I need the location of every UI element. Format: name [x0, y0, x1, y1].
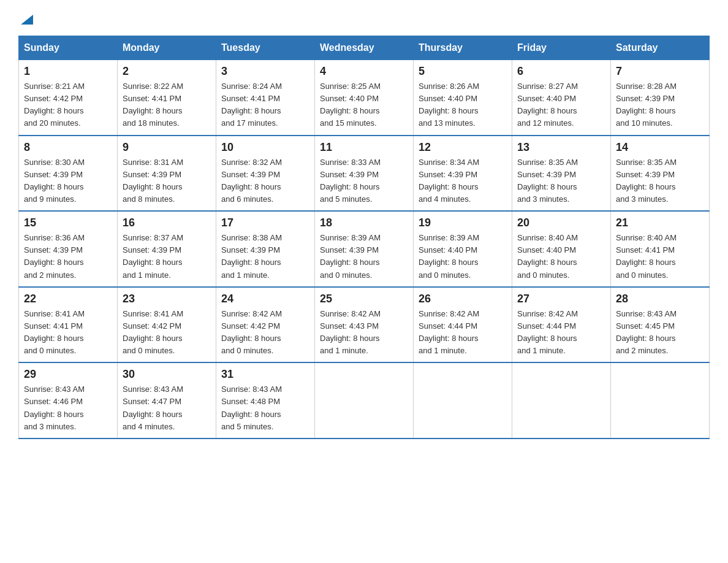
calendar-cell: 24 Sunrise: 8:42 AM Sunset: 4:42 PM Dayl… — [216, 287, 315, 363]
day-info: Sunrise: 8:35 AM Sunset: 4:39 PM Dayligh… — [517, 156, 605, 206]
header-saturday: Saturday — [611, 36, 710, 60]
header-thursday: Thursday — [414, 36, 512, 60]
svg-marker-0 — [21, 15, 33, 25]
day-number: 12 — [419, 141, 507, 154]
day-number: 26 — [419, 293, 507, 305]
day-info: Sunrise: 8:37 AM Sunset: 4:39 PM Dayligh… — [123, 232, 211, 282]
calendar-cell: 26 Sunrise: 8:42 AM Sunset: 4:44 PM Dayl… — [414, 287, 512, 363]
day-info: Sunrise: 8:36 AM Sunset: 4:39 PM Dayligh… — [24, 232, 112, 282]
calendar-cell: 11 Sunrise: 8:33 AM Sunset: 4:39 PM Dayl… — [315, 136, 414, 212]
calendar-cell: 13 Sunrise: 8:35 AM Sunset: 4:39 PM Dayl… — [512, 136, 611, 212]
calendar-cell: 31 Sunrise: 8:43 AM Sunset: 4:48 PM Dayl… — [216, 362, 315, 439]
day-info: Sunrise: 8:40 AM Sunset: 4:41 PM Dayligh… — [616, 232, 704, 282]
logo — [18, 12, 33, 23]
calendar-cell: 8 Sunrise: 8:30 AM Sunset: 4:39 PM Dayli… — [19, 136, 118, 212]
calendar-cell: 20 Sunrise: 8:40 AM Sunset: 4:40 PM Dayl… — [512, 211, 611, 287]
day-number: 3 — [221, 65, 309, 78]
day-number: 24 — [221, 293, 309, 305]
day-info: Sunrise: 8:38 AM Sunset: 4:39 PM Dayligh… — [221, 232, 309, 282]
calendar-cell: 18 Sunrise: 8:39 AM Sunset: 4:39 PM Dayl… — [315, 211, 414, 287]
day-info: Sunrise: 8:21 AM Sunset: 4:42 PM Dayligh… — [24, 80, 112, 130]
day-info: Sunrise: 8:39 AM Sunset: 4:39 PM Dayligh… — [320, 232, 408, 282]
calendar-cell: 23 Sunrise: 8:41 AM Sunset: 4:42 PM Dayl… — [118, 287, 216, 363]
day-number: 21 — [616, 216, 704, 229]
day-info: Sunrise: 8:33 AM Sunset: 4:39 PM Dayligh… — [320, 156, 408, 206]
header-friday: Friday — [512, 36, 611, 60]
day-number: 15 — [24, 216, 112, 229]
calendar-table: SundayMondayTuesdayWednesdayThursdayFrid… — [18, 36, 710, 439]
calendar-cell: 15 Sunrise: 8:36 AM Sunset: 4:39 PM Dayl… — [19, 211, 118, 287]
header-sunday: Sunday — [19, 36, 118, 60]
day-info: Sunrise: 8:39 AM Sunset: 4:40 PM Dayligh… — [419, 232, 507, 282]
day-info: Sunrise: 8:42 AM Sunset: 4:43 PM Dayligh… — [320, 308, 408, 358]
calendar-cell — [414, 362, 512, 439]
day-number: 27 — [517, 293, 605, 305]
logo-triangle-icon — [20, 13, 33, 27]
day-info: Sunrise: 8:31 AM Sunset: 4:39 PM Dayligh… — [123, 156, 211, 206]
day-number: 14 — [616, 141, 704, 154]
day-info: Sunrise: 8:27 AM Sunset: 4:40 PM Dayligh… — [517, 80, 605, 130]
day-info: Sunrise: 8:35 AM Sunset: 4:39 PM Dayligh… — [616, 156, 704, 206]
calendar-cell: 1 Sunrise: 8:21 AM Sunset: 4:42 PM Dayli… — [19, 60, 118, 136]
day-info: Sunrise: 8:34 AM Sunset: 4:39 PM Dayligh… — [419, 156, 507, 206]
calendar-cell: 14 Sunrise: 8:35 AM Sunset: 4:39 PM Dayl… — [611, 136, 710, 212]
calendar-cell: 29 Sunrise: 8:43 AM Sunset: 4:46 PM Dayl… — [19, 362, 118, 439]
calendar-cell: 7 Sunrise: 8:28 AM Sunset: 4:39 PM Dayli… — [611, 60, 710, 136]
day-info: Sunrise: 8:25 AM Sunset: 4:40 PM Dayligh… — [320, 80, 408, 130]
day-info: Sunrise: 8:42 AM Sunset: 4:44 PM Dayligh… — [517, 308, 605, 358]
day-number: 17 — [221, 216, 309, 229]
day-info: Sunrise: 8:26 AM Sunset: 4:40 PM Dayligh… — [419, 80, 507, 130]
week-row-2: 8 Sunrise: 8:30 AM Sunset: 4:39 PM Dayli… — [19, 136, 710, 212]
header-row: SundayMondayTuesdayWednesdayThursdayFrid… — [19, 36, 710, 60]
calendar-cell: 21 Sunrise: 8:40 AM Sunset: 4:41 PM Dayl… — [611, 211, 710, 287]
day-number: 4 — [320, 65, 408, 78]
day-info: Sunrise: 8:30 AM Sunset: 4:39 PM Dayligh… — [24, 156, 112, 206]
calendar-cell: 30 Sunrise: 8:43 AM Sunset: 4:47 PM Dayl… — [118, 362, 216, 439]
day-info: Sunrise: 8:40 AM Sunset: 4:40 PM Dayligh… — [517, 232, 605, 282]
week-row-1: 1 Sunrise: 8:21 AM Sunset: 4:42 PM Dayli… — [19, 60, 710, 136]
day-number: 6 — [517, 65, 605, 78]
day-number: 2 — [123, 65, 211, 78]
day-info: Sunrise: 8:41 AM Sunset: 4:42 PM Dayligh… — [123, 308, 211, 358]
day-number: 7 — [616, 65, 704, 78]
calendar-cell — [611, 362, 710, 439]
day-number: 1 — [24, 65, 112, 78]
week-row-5: 29 Sunrise: 8:43 AM Sunset: 4:46 PM Dayl… — [19, 362, 710, 439]
calendar-cell: 28 Sunrise: 8:43 AM Sunset: 4:45 PM Dayl… — [611, 287, 710, 363]
calendar-cell: 19 Sunrise: 8:39 AM Sunset: 4:40 PM Dayl… — [414, 211, 512, 287]
day-info: Sunrise: 8:42 AM Sunset: 4:44 PM Dayligh… — [419, 308, 507, 358]
week-row-3: 15 Sunrise: 8:36 AM Sunset: 4:39 PM Dayl… — [19, 211, 710, 287]
header-tuesday: Tuesday — [216, 36, 315, 60]
calendar-cell: 27 Sunrise: 8:42 AM Sunset: 4:44 PM Dayl… — [512, 287, 611, 363]
calendar-cell: 5 Sunrise: 8:26 AM Sunset: 4:40 PM Dayli… — [414, 60, 512, 136]
day-number: 18 — [320, 216, 408, 229]
calendar-cell: 10 Sunrise: 8:32 AM Sunset: 4:39 PM Dayl… — [216, 136, 315, 212]
calendar-cell: 2 Sunrise: 8:22 AM Sunset: 4:41 PM Dayli… — [118, 60, 216, 136]
day-number: 10 — [221, 141, 309, 154]
day-number: 28 — [616, 293, 704, 305]
day-info: Sunrise: 8:43 AM Sunset: 4:47 PM Dayligh… — [123, 383, 211, 433]
day-number: 16 — [123, 216, 211, 229]
day-info: Sunrise: 8:42 AM Sunset: 4:42 PM Dayligh… — [221, 308, 309, 358]
calendar-cell: 12 Sunrise: 8:34 AM Sunset: 4:39 PM Dayl… — [414, 136, 512, 212]
calendar-cell: 16 Sunrise: 8:37 AM Sunset: 4:39 PM Dayl… — [118, 211, 216, 287]
calendar-cell: 6 Sunrise: 8:27 AM Sunset: 4:40 PM Dayli… — [512, 60, 611, 136]
day-number: 23 — [123, 293, 211, 305]
day-number: 19 — [419, 216, 507, 229]
page-header — [18, 12, 710, 23]
header-monday: Monday — [118, 36, 216, 60]
calendar-cell: 17 Sunrise: 8:38 AM Sunset: 4:39 PM Dayl… — [216, 211, 315, 287]
calendar-cell: 9 Sunrise: 8:31 AM Sunset: 4:39 PM Dayli… — [118, 136, 216, 212]
calendar-cell: 25 Sunrise: 8:42 AM Sunset: 4:43 PM Dayl… — [315, 287, 414, 363]
day-info: Sunrise: 8:22 AM Sunset: 4:41 PM Dayligh… — [123, 80, 211, 130]
day-number: 25 — [320, 293, 408, 305]
week-row-4: 22 Sunrise: 8:41 AM Sunset: 4:41 PM Dayl… — [19, 287, 710, 363]
day-number: 13 — [517, 141, 605, 154]
day-info: Sunrise: 8:43 AM Sunset: 4:48 PM Dayligh… — [221, 383, 309, 433]
day-number: 5 — [419, 65, 507, 78]
day-info: Sunrise: 8:24 AM Sunset: 4:41 PM Dayligh… — [221, 80, 309, 130]
calendar-cell — [512, 362, 611, 439]
day-info: Sunrise: 8:41 AM Sunset: 4:41 PM Dayligh… — [24, 308, 112, 358]
day-number: 31 — [221, 368, 309, 381]
day-info: Sunrise: 8:32 AM Sunset: 4:39 PM Dayligh… — [221, 156, 309, 206]
